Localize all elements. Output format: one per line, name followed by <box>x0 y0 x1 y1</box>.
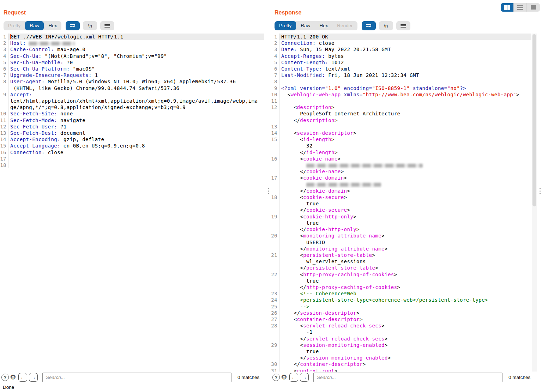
show-newlines-button[interactable]: \n <box>379 21 393 30</box>
code-line[interactable]: 3Cache-Control: max-age=0 <box>0 46 264 53</box>
code-line[interactable]: 11 <box>271 98 531 104</box>
code-line[interactable]: </session-monitoring-enabled> <box>271 355 531 361</box>
code-line[interactable]: 7Upgrade-Insecure-Requests: 1 <box>0 72 264 78</box>
code-line[interactable]: 20 <monitoring-attribute-name> <box>271 233 531 239</box>
code-line[interactable]: 7Last-Modified: Fri, 18 Jun 2021 12:32:3… <box>271 72 531 78</box>
tab-hex[interactable]: Hex <box>315 21 332 30</box>
code-line[interactable]: </persistent-store-table> <box>271 265 531 271</box>
code-line[interactable] <box>271 162 531 168</box>
code-line[interactable]: 15Accept-Language: en-GB,en-US;q=0.9,en;… <box>0 143 264 149</box>
code-line[interactable]: 23 <!-- Coherence*Web <box>271 290 531 297</box>
code-line[interactable]: 12Sec-Fetch-User: ?1 <box>0 123 264 130</box>
code-line[interactable]: 18 <cookie-secure> <box>271 194 531 200</box>
tab-render[interactable]: Render <box>332 21 357 30</box>
code-line[interactable]: 25 --> <box>271 303 531 310</box>
settings-gear-icon[interactable]: ⚙ <box>10 374 16 381</box>
code-line[interactable]: 22 <http-proxy-caching-of-cookies> <box>271 271 531 278</box>
code-line[interactable]: PeopleSoft Internet Architecture <box>271 110 531 117</box>
code-line[interactable]: 13 <box>271 123 531 130</box>
tab-raw[interactable]: Raw <box>296 21 315 30</box>
code-line[interactable]: 31 <context-root> <box>271 368 531 372</box>
tab-pretty[interactable]: Pretty <box>4 21 25 30</box>
search-input[interactable] <box>42 373 231 382</box>
code-line[interactable]: 2Host: <box>0 40 264 46</box>
code-line[interactable]: ge/apng,*/*;q=0.8,application/signed-exc… <box>0 104 264 110</box>
code-line[interactable]: 4Sec-Ch-Ua: "(Not(A:Brand";v="8", "Chrom… <box>0 53 264 59</box>
settings-gear-icon[interactable]: ⚙ <box>281 374 287 381</box>
menu-button[interactable] <box>100 21 114 30</box>
tab-raw[interactable]: Raw <box>25 21 44 30</box>
code-line[interactable]: true <box>271 278 531 284</box>
code-line[interactable]: 26 </session-descriptor> <box>271 310 531 316</box>
code-line[interactable]: 9<?xml version="1.0" encoding="ISO-8859-… <box>271 85 531 91</box>
code-line[interactable]: </cookie-domain> <box>271 188 531 194</box>
help-icon[interactable]: ? <box>272 374 280 381</box>
code-line[interactable]: 10Sec-Fetch-Site: none <box>0 110 264 117</box>
code-line[interactable]: </servlet-reload-check-secs> <box>271 336 531 342</box>
code-line[interactable]: 5Sec-Ch-Ua-Mobile: ?0 <box>0 59 264 66</box>
code-line[interactable]: 9Accept: <box>0 91 264 98</box>
code-line[interactable]: </id-length> <box>271 149 531 156</box>
code-line[interactable]: 13Sec-Fetch-Dest: document <box>0 130 264 136</box>
code-line[interactable] <box>271 181 531 188</box>
code-line[interactable]: 17 <cookie-domain> <box>271 175 531 181</box>
code-line[interactable]: 29 <session-monitoring-enabled> <box>271 342 531 348</box>
response-scrollbar-thumb[interactable] <box>532 34 536 206</box>
code-line[interactable]: 28 <servlet-reload-check-secs> <box>271 322 531 329</box>
show-newlines-button[interactable]: \n <box>83 21 97 30</box>
code-line[interactable]: 18 <box>0 162 264 168</box>
code-line[interactable]: 32 <box>271 143 531 149</box>
code-line[interactable]: </cookie-secure> <box>271 207 531 213</box>
code-line[interactable]: 14Accept-Encoding: gzip, deflate <box>0 136 264 143</box>
code-line[interactable]: </description> <box>271 117 531 123</box>
wrap-toggle-button[interactable] <box>66 21 80 30</box>
request-editor[interactable]: 1GET .//WEB-INF/weblogic.xml HTTP/1.12Ho… <box>0 34 264 372</box>
code-line[interactable]: </monitoring-attribute-name> <box>271 246 531 252</box>
code-line[interactable]: 24 <persistent-store-type>coherence-web<… <box>271 297 531 303</box>
tab-hex[interactable]: Hex <box>44 21 61 30</box>
code-line[interactable]: true <box>271 220 531 226</box>
code-line[interactable]: </cookie-http-only> <box>271 226 531 233</box>
code-line[interactable]: 4Accept-Ranges: bytes <box>271 53 531 59</box>
code-line[interactable]: 15 <id-length> <box>271 136 531 143</box>
help-icon[interactable]: ? <box>1 374 9 381</box>
code-line[interactable]: wl_servlet_sessions <box>271 258 531 265</box>
code-line[interactable]: 16Connection: close <box>0 149 264 156</box>
code-line[interactable]: 30 </container-descriptor> <box>271 361 531 367</box>
menu-button[interactable] <box>396 21 410 30</box>
prev-match-button[interactable]: ← <box>289 373 298 382</box>
code-line[interactable]: 5Content-Length: 1012 <box>271 59 531 66</box>
code-line[interactable]: text/html,application/xhtml+xml,applicat… <box>0 98 264 104</box>
code-line[interactable]: USERID <box>271 239 531 246</box>
code-line[interactable]: 3Date: Sun, 15 May 2022 20:21:58 GMT <box>271 46 531 53</box>
code-line[interactable]: (KHTML, like Gecko) Chrome/99.0.4844.74 … <box>0 85 264 91</box>
next-match-button[interactable]: → <box>29 373 38 382</box>
code-line[interactable]: true <box>271 348 531 355</box>
code-line[interactable]: 27 <container-descriptor> <box>271 316 531 322</box>
code-line[interactable]: 6Sec-Ch-Ua-Platform: "macOS" <box>0 66 264 72</box>
tab-pretty[interactable]: Pretty <box>275 21 296 30</box>
code-line[interactable]: 21 <persistent-store-table> <box>271 252 531 258</box>
code-line[interactable]: 2Connection: close <box>271 40 531 46</box>
prev-match-button[interactable]: ← <box>18 373 27 382</box>
code-line[interactable]: 14 <session-descriptor> <box>271 130 531 136</box>
next-match-button[interactable]: → <box>300 373 309 382</box>
response-editor[interactable]: 1HTTP/1.1 200 OK2Connection: close3Date:… <box>271 34 531 372</box>
code-line[interactable]: 12 <description> <box>271 104 531 110</box>
code-line[interactable]: 8User-Agent: Mozilla/5.0 (Windows NT 10.… <box>0 78 264 85</box>
code-line[interactable]: 1HTTP/1.1 200 OK <box>271 34 531 40</box>
code-line[interactable]: 19 <cookie-http-only> <box>271 213 531 220</box>
code-line[interactable]: 8 <box>271 78 531 85</box>
code-line[interactable]: 17 <box>0 156 264 162</box>
response-scrollbar-track[interactable] <box>532 34 537 372</box>
code-line[interactable]: 1GET .//WEB-INF/weblogic.xml HTTP/1.1 <box>0 34 264 40</box>
code-line[interactable]: -1 <box>271 329 531 335</box>
code-line[interactable]: 10 <weblogic-web-app xmlns="http://www.b… <box>271 91 531 98</box>
code-line[interactable]: 6Content-Type: text/xml <box>271 66 531 72</box>
code-line[interactable]: true <box>271 200 531 207</box>
code-line[interactable]: 11Sec-Fetch-Mode: navigate <box>0 117 264 123</box>
code-line[interactable]: 16 <cookie-name> <box>271 156 531 162</box>
search-input[interactable] <box>313 373 502 382</box>
code-line[interactable]: </http-proxy-caching-of-cookies> <box>271 284 531 290</box>
code-line[interactable]: </cookie-name> <box>271 168 531 175</box>
